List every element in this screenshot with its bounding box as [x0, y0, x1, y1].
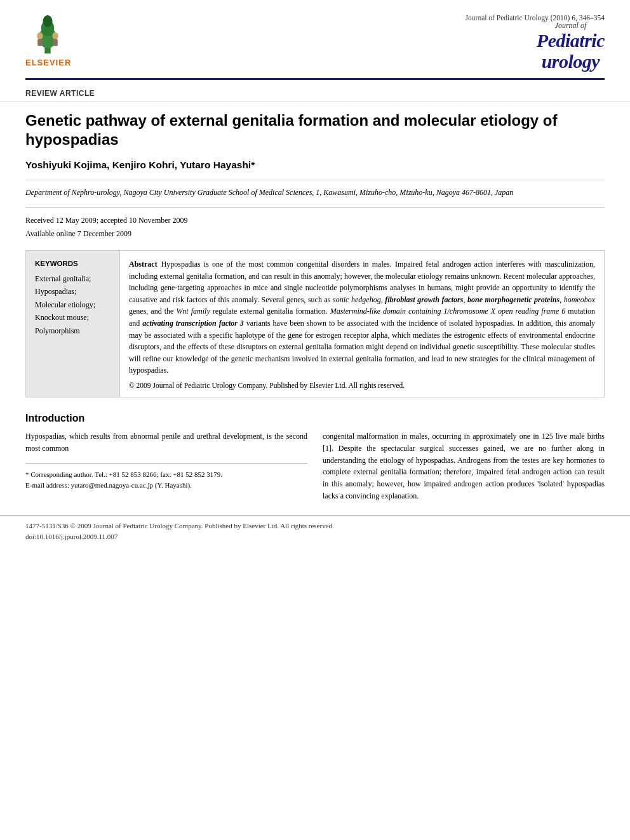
abstract-content: Hypospadias is one of the most common co… — [129, 260, 595, 375]
journal-logo-text: Journal of Pediatric urology — [537, 22, 605, 72]
keyword-3: Molecular etiology; — [35, 298, 111, 311]
footer: 1477-5131/S36 © 2009 Journal of Pediatri… — [0, 515, 630, 548]
svg-point-3 — [43, 15, 53, 27]
authors-text: Yoshiyuki Kojima, Kenjiro Kohri, Yutaro … — [25, 159, 255, 170]
journal-of-label: Journal of — [537, 22, 605, 30]
abstract-text: AbstractHypospadias is one of the most c… — [129, 258, 595, 377]
introduction-body: Hypospadias, which results from abnormal… — [25, 430, 605, 502]
footnotes: * Corresponding author. Tel.: +81 52 853… — [25, 463, 307, 491]
abstract-box: AbstractHypospadias is one of the most c… — [120, 251, 604, 397]
keywords-list: External genitalia; Hypospadias; Molecul… — [35, 272, 111, 337]
header: ELSEVIER Journal of Pediatric Urology (2… — [0, 0, 630, 72]
elsevier-text: ELSEVIER — [25, 58, 71, 67]
introduction-col1: Hypospadias, which results from abnormal… — [25, 430, 307, 502]
journal-logo-area: Journal of Pediatric Urology (2010) 6, 3… — [466, 11, 605, 72]
pediatric-label: Pediatric — [537, 30, 605, 51]
keyword-2: Hypospadias; — [35, 285, 111, 298]
introduction-col2-text: congenital malformation in males, occurr… — [323, 430, 605, 502]
journal-meta: Journal of Pediatric Urology (2010) 6, 3… — [466, 11, 605, 22]
svg-point-6 — [52, 32, 58, 39]
abstract-section: KEYWORDS External genitalia; Hypospadias… — [25, 250, 605, 397]
introduction-section: Introduction Hypospadias, which results … — [25, 413, 605, 502]
abstract-label: Abstract — [129, 260, 158, 269]
header-left: ELSEVIER — [25, 11, 71, 67]
received-date: Received 12 May 2009; accepted 10 Novemb… — [25, 214, 605, 227]
keywords-box: KEYWORDS External genitalia; Hypospadias… — [26, 251, 120, 397]
footer-doi: doi:10.1016/j.jpurol.2009.11.007 — [25, 531, 605, 543]
elsevier-logo: ELSEVIER — [25, 15, 71, 67]
svg-point-4 — [37, 32, 43, 39]
introduction-title: Introduction — [25, 413, 605, 424]
keywords-title: KEYWORDS — [35, 260, 111, 267]
keyword-1: External genitalia; — [35, 272, 111, 285]
svg-rect-5 — [37, 39, 42, 46]
page: ELSEVIER Journal of Pediatric Urology (2… — [0, 0, 630, 840]
authors-divider — [25, 180, 605, 180]
introduction-col2: congenital malformation in males, occurr… — [323, 430, 605, 502]
urology-label: urology — [537, 51, 605, 72]
keyword-5: Polymorphism — [35, 324, 111, 337]
available-online: Available online 7 December 2009 — [25, 227, 605, 240]
review-article-label: REVIEW ARTICLE — [0, 80, 630, 102]
corresponding-note: * Corresponding author. Tel.: +81 52 853… — [25, 469, 307, 481]
affiliation-divider — [25, 207, 605, 208]
introduction-col1-text: Hypospadias, which results from abnormal… — [25, 430, 307, 455]
keyword-4: Knockout mouse; — [35, 311, 111, 324]
abstract-copyright: © 2009 Journal of Pediatric Urology Comp… — [129, 382, 595, 389]
svg-rect-7 — [53, 39, 57, 46]
article-title: Genetic pathway of external genitalia fo… — [25, 111, 605, 149]
footer-issn: 1477-5131/S36 © 2009 Journal of Pediatri… — [25, 521, 605, 532]
dates: Received 12 May 2009; accepted 10 Novemb… — [25, 214, 605, 240]
elsevier-tree-icon — [25, 15, 70, 57]
email-note: E-mail address: yutaro@med.nagoya-cu.ac.… — [25, 480, 307, 491]
authors: Yoshiyuki Kojima, Kenjiro Kohri, Yutaro … — [25, 159, 605, 171]
main-content: Genetic pathway of external genitalia fo… — [0, 102, 630, 502]
affiliation: Department of Nephro-urology, Nagoya Cit… — [25, 187, 605, 198]
